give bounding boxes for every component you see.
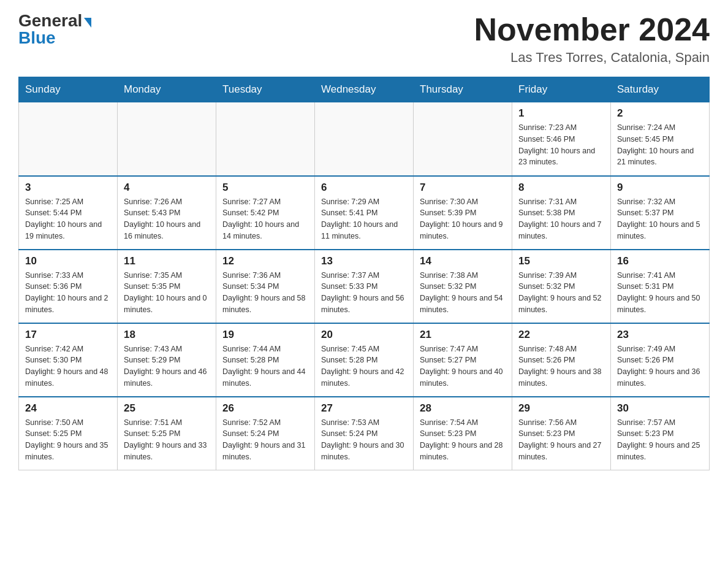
calendar-day-cell: 3Sunrise: 7:25 AMSunset: 5:44 PMDaylight… <box>19 176 118 250</box>
calendar-day-cell <box>216 102 315 176</box>
day-number: 25 <box>124 402 210 415</box>
day-sun-info: Sunrise: 7:44 AMSunset: 5:28 PMDaylight:… <box>222 345 306 388</box>
calendar-day-cell: 5Sunrise: 7:27 AMSunset: 5:42 PMDaylight… <box>216 176 315 250</box>
day-sun-info: Sunrise: 7:24 AMSunset: 5:45 PMDaylight:… <box>617 123 694 166</box>
day-number: 28 <box>420 402 506 415</box>
day-sun-info: Sunrise: 7:50 AMSunset: 5:25 PMDaylight:… <box>25 418 108 461</box>
calendar-day-cell: 11Sunrise: 7:35 AMSunset: 5:35 PMDayligh… <box>118 250 216 323</box>
day-sun-info: Sunrise: 7:43 AMSunset: 5:29 PMDaylight:… <box>124 345 207 388</box>
calendar-day-cell: 27Sunrise: 7:53 AMSunset: 5:24 PMDayligh… <box>315 397 414 470</box>
day-number: 29 <box>518 402 604 415</box>
location-subtitle: Las Tres Torres, Catalonia, Spain <box>474 50 710 66</box>
day-header-tuesday: Tuesday <box>216 77 315 102</box>
calendar-day-cell: 15Sunrise: 7:39 AMSunset: 5:32 PMDayligh… <box>512 250 611 323</box>
day-number: 3 <box>25 182 111 194</box>
day-number: 20 <box>321 329 407 341</box>
day-sun-info: Sunrise: 7:36 AMSunset: 5:34 PMDaylight:… <box>222 271 306 314</box>
calendar-day-cell: 9Sunrise: 7:32 AMSunset: 5:37 PMDaylight… <box>611 176 710 250</box>
calendar-day-cell: 19Sunrise: 7:44 AMSunset: 5:28 PMDayligh… <box>216 323 315 397</box>
calendar-day-cell: 13Sunrise: 7:37 AMSunset: 5:33 PMDayligh… <box>315 250 414 323</box>
calendar-day-cell: 20Sunrise: 7:45 AMSunset: 5:28 PMDayligh… <box>315 323 414 397</box>
day-number: 24 <box>25 402 111 415</box>
day-sun-info: Sunrise: 7:48 AMSunset: 5:26 PMDaylight:… <box>518 345 602 388</box>
day-sun-info: Sunrise: 7:42 AMSunset: 5:30 PMDaylight:… <box>25 345 108 388</box>
day-sun-info: Sunrise: 7:30 AMSunset: 5:39 PMDaylight:… <box>420 197 503 240</box>
day-sun-info: Sunrise: 7:25 AMSunset: 5:44 PMDaylight:… <box>25 197 102 240</box>
calendar-day-cell: 23Sunrise: 7:49 AMSunset: 5:26 PMDayligh… <box>611 323 710 397</box>
day-sun-info: Sunrise: 7:38 AMSunset: 5:32 PMDaylight:… <box>420 271 503 314</box>
day-number: 17 <box>25 329 111 341</box>
day-number: 6 <box>321 182 407 194</box>
calendar-day-cell: 29Sunrise: 7:56 AMSunset: 5:23 PMDayligh… <box>512 397 611 470</box>
day-sun-info: Sunrise: 7:57 AMSunset: 5:23 PMDaylight:… <box>617 418 700 461</box>
day-sun-info: Sunrise: 7:54 AMSunset: 5:23 PMDaylight:… <box>420 418 503 461</box>
day-header-monday: Monday <box>118 77 216 102</box>
calendar-day-cell: 1Sunrise: 7:23 AMSunset: 5:46 PMDaylight… <box>512 102 611 176</box>
calendar-week-row: 24Sunrise: 7:50 AMSunset: 5:25 PMDayligh… <box>19 397 710 470</box>
calendar-day-cell: 26Sunrise: 7:52 AMSunset: 5:24 PMDayligh… <box>216 397 315 470</box>
day-sun-info: Sunrise: 7:49 AMSunset: 5:26 PMDaylight:… <box>617 345 700 388</box>
day-sun-info: Sunrise: 7:52 AMSunset: 5:24 PMDaylight:… <box>222 418 306 461</box>
day-number: 14 <box>420 255 506 267</box>
day-sun-info: Sunrise: 7:26 AMSunset: 5:43 PMDaylight:… <box>124 197 200 240</box>
calendar-day-cell: 28Sunrise: 7:54 AMSunset: 5:23 PMDayligh… <box>414 397 512 470</box>
day-number: 22 <box>518 329 604 341</box>
logo-blue-text: Blue <box>18 29 56 47</box>
day-number: 21 <box>420 329 506 341</box>
logo-arrow-icon <box>84 18 91 28</box>
day-sun-info: Sunrise: 7:39 AMSunset: 5:32 PMDaylight:… <box>518 271 602 314</box>
day-sun-info: Sunrise: 7:41 AMSunset: 5:31 PMDaylight:… <box>617 271 700 314</box>
day-sun-info: Sunrise: 7:32 AMSunset: 5:37 PMDaylight:… <box>617 197 700 240</box>
calendar-table: SundayMondayTuesdayWednesdayThursdayFrid… <box>18 77 710 470</box>
day-sun-info: Sunrise: 7:31 AMSunset: 5:38 PMDaylight:… <box>518 197 602 240</box>
day-header-saturday: Saturday <box>611 77 710 102</box>
day-header-wednesday: Wednesday <box>315 77 414 102</box>
calendar-day-cell: 30Sunrise: 7:57 AMSunset: 5:23 PMDayligh… <box>611 397 710 470</box>
day-sun-info: Sunrise: 7:51 AMSunset: 5:25 PMDaylight:… <box>124 418 207 461</box>
calendar-day-cell: 10Sunrise: 7:33 AMSunset: 5:36 PMDayligh… <box>19 250 118 323</box>
calendar-week-row: 17Sunrise: 7:42 AMSunset: 5:30 PMDayligh… <box>19 323 710 397</box>
day-number: 15 <box>518 255 604 267</box>
calendar-day-cell <box>315 102 414 176</box>
day-sun-info: Sunrise: 7:37 AMSunset: 5:33 PMDaylight:… <box>321 271 404 314</box>
day-sun-info: Sunrise: 7:27 AMSunset: 5:42 PMDaylight:… <box>222 197 299 240</box>
day-number: 12 <box>222 255 308 267</box>
day-sun-info: Sunrise: 7:45 AMSunset: 5:28 PMDaylight:… <box>321 345 404 388</box>
calendar-day-cell: 6Sunrise: 7:29 AMSunset: 5:41 PMDaylight… <box>315 176 414 250</box>
day-number: 13 <box>321 255 407 267</box>
calendar-day-cell: 17Sunrise: 7:42 AMSunset: 5:30 PMDayligh… <box>19 323 118 397</box>
day-number: 5 <box>222 182 308 194</box>
page-header: General Blue November 2024 Las Tres Torr… <box>18 12 710 66</box>
day-number: 11 <box>124 255 210 267</box>
calendar-day-cell: 25Sunrise: 7:51 AMSunset: 5:25 PMDayligh… <box>118 397 216 470</box>
day-number: 4 <box>124 182 210 194</box>
title-block: November 2024 Las Tres Torres, Catalonia… <box>474 12 710 66</box>
day-sun-info: Sunrise: 7:35 AMSunset: 5:35 PMDaylight:… <box>124 271 207 314</box>
day-number: 27 <box>321 402 407 415</box>
calendar-day-cell: 7Sunrise: 7:30 AMSunset: 5:39 PMDaylight… <box>414 176 512 250</box>
calendar-day-cell: 4Sunrise: 7:26 AMSunset: 5:43 PMDaylight… <box>118 176 216 250</box>
day-number: 30 <box>617 402 703 415</box>
calendar-week-row: 3Sunrise: 7:25 AMSunset: 5:44 PMDaylight… <box>19 176 710 250</box>
day-number: 19 <box>222 329 308 341</box>
day-number: 16 <box>617 255 703 267</box>
logo-general-text: General <box>18 12 82 29</box>
day-header-sunday: Sunday <box>19 77 118 102</box>
day-number: 18 <box>124 329 210 341</box>
day-sun-info: Sunrise: 7:33 AMSunset: 5:36 PMDaylight:… <box>25 271 108 314</box>
calendar-day-cell <box>414 102 512 176</box>
calendar-day-cell: 18Sunrise: 7:43 AMSunset: 5:29 PMDayligh… <box>118 323 216 397</box>
day-sun-info: Sunrise: 7:29 AMSunset: 5:41 PMDaylight:… <box>321 197 398 240</box>
calendar-day-cell: 16Sunrise: 7:41 AMSunset: 5:31 PMDayligh… <box>611 250 710 323</box>
day-number: 23 <box>617 329 703 341</box>
calendar-day-cell: 14Sunrise: 7:38 AMSunset: 5:32 PMDayligh… <box>414 250 512 323</box>
day-number: 2 <box>617 107 703 120</box>
day-number: 9 <box>617 182 703 194</box>
calendar-day-cell: 21Sunrise: 7:47 AMSunset: 5:27 PMDayligh… <box>414 323 512 397</box>
calendar-day-cell: 22Sunrise: 7:48 AMSunset: 5:26 PMDayligh… <box>512 323 611 397</box>
day-number: 26 <box>222 402 308 415</box>
calendar-week-row: 10Sunrise: 7:33 AMSunset: 5:36 PMDayligh… <box>19 250 710 323</box>
day-header-friday: Friday <box>512 77 611 102</box>
calendar-day-cell: 12Sunrise: 7:36 AMSunset: 5:34 PMDayligh… <box>216 250 315 323</box>
calendar-day-cell <box>118 102 216 176</box>
